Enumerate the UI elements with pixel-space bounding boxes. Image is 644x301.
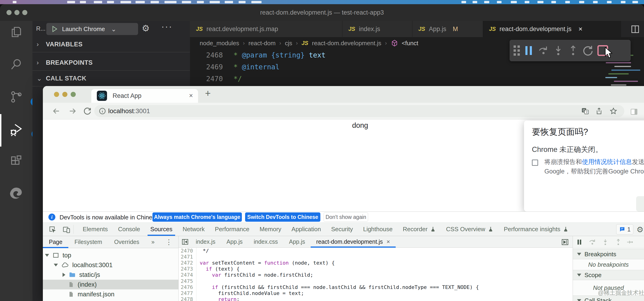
tree-item-localhost-3001[interactable]: localhost:3001 [43,260,178,270]
chevron-down-icon[interactable] [45,254,49,257]
file-tab-app-js[interactable]: App.js [221,236,248,248]
edge-browser-icon[interactable] [9,186,24,201]
devtools-tab-application[interactable]: Application [286,223,326,236]
breakpoints-section-header[interactable]: Breakpoints [573,249,644,259]
overflow-tabs-icon[interactable]: » [145,236,160,248]
chrome-zoom-button[interactable] [71,92,76,97]
debug-start-icon[interactable] [50,25,58,33]
tree-item-top[interactable]: top [43,250,178,260]
minimap-line [608,73,629,75]
sidebar-section-breakpoints[interactable]: ›BREAKPOINTS [32,55,190,71]
editor-tab[interactable]: JSindex.js [342,21,412,37]
inspect-element-icon[interactable] [48,225,57,234]
subtab-filesystem[interactable]: Filesystem [68,236,108,248]
side-panel-icon[interactable] [630,107,638,116]
browser-tab[interactable]: React App × [91,89,198,103]
devtools-tab-elements[interactable]: Elements [78,223,113,236]
file-tab-app-js[interactable]: App.js [283,236,310,248]
step-into-icon[interactable] [599,237,612,247]
chevron-down-icon[interactable] [54,264,58,266]
issues-counter[interactable]: 1 [616,224,633,234]
file-tab-index-js[interactable]: index.js [190,236,221,248]
switch-devtools-chinese-button[interactable]: Switch DevTools to Chinese [245,212,320,222]
step-out-icon[interactable] [612,237,625,247]
chevron-right-icon[interactable] [62,273,65,277]
open-file-panel-icon[interactable] [561,238,569,246]
launch-config-button[interactable]: Launch Chrome ⌄ [46,23,138,35]
tree-item-manifest-json[interactable]: manifest.json [43,289,178,299]
devtools-tab-lighthouse[interactable]: Lighthouse [358,223,398,236]
translate-icon[interactable]: G文 [581,107,589,115]
new-tab-icon[interactable]: + [205,88,211,99]
sidebar-section-call-stack[interactable]: ⌄CALL STACK [32,71,190,87]
source-control-icon[interactable] [9,90,24,104]
subtab-page[interactable]: Page [43,236,68,248]
address-bar[interactable]: localhost:3001 G文 [94,105,624,117]
devtools-tab-performance[interactable]: Performance [210,223,254,236]
editor-tab[interactable]: JSreact-dom.development.js× [483,21,621,37]
crash-report-checkbox[interactable] [532,160,538,166]
editor-tab[interactable]: JSApp.jsM [412,21,483,37]
share-icon[interactable] [595,107,603,115]
restart-icon[interactable] [580,43,595,58]
breadcrumb-item[interactable]: cjs [285,40,292,47]
devtools-tab-console[interactable]: Console [113,223,145,236]
more-options-icon[interactable]: ⋮ [166,238,172,246]
collapse-sidebar-icon[interactable] [182,238,189,245]
more-actions-icon[interactable]: ··· [161,21,172,32]
step-icon[interactable] [625,237,635,247]
debug-settings-gear-icon[interactable]: ⚙ [142,23,150,33]
scope-section-header[interactable]: Scope [573,270,644,280]
step-into-icon[interactable] [551,43,566,58]
step-out-icon[interactable] [566,43,580,58]
always-match-language-button[interactable]: Always match Chrome's language [152,212,242,222]
split-editor-icon[interactable] [630,24,640,34]
editor-tab[interactable]: JSreact.development.js.map [190,21,342,37]
breadcrumb-symbol[interactable]: <funct [402,40,418,47]
dont-show-again-button[interactable]: Don't show again [324,212,368,222]
devtools-tab-css-overview[interactable]: CSS Overview [441,223,499,236]
tab-close-icon[interactable]: × [189,92,193,100]
subtab-overrides[interactable]: Overrides [108,236,145,248]
device-toolbar-icon[interactable] [62,225,71,234]
url-text[interactable]: localhost:3001 [108,107,150,115]
devtools-tab-recorder[interactable]: Recorder [398,223,441,236]
run-debug-icon[interactable] [9,122,24,137]
toolbar-drag-handle[interactable] [514,46,520,56]
breadcrumb-item[interactable]: node_modules [200,40,239,47]
file-tab-index-css[interactable]: index.css [248,236,283,248]
tree-item[interactable] [43,299,178,301]
search-icon[interactable] [9,57,24,72]
reload-icon[interactable] [83,106,92,116]
pause-icon[interactable] [521,43,536,58]
chrome-close-button[interactable] [54,92,59,97]
step-over-icon[interactable] [536,43,551,58]
forward-icon[interactable] [68,106,77,116]
devtools-tab-security[interactable]: Security [326,223,358,236]
pause-script-icon[interactable] [573,237,586,247]
devtools-tab-memory[interactable]: Memory [254,223,286,236]
explorer-icon[interactable] [9,25,24,40]
file-tab-react-dom-development-js[interactable]: react-dom.development.js× [311,236,396,248]
tree-item--index-[interactable]: (index) [43,280,178,289]
extensions-icon[interactable] [9,154,24,169]
devtools-tab-network[interactable]: Network [178,223,210,236]
close-icon[interactable]: × [387,238,390,245]
tree-item-static-js[interactable]: static/js [43,270,178,280]
devtools-tab-performance-insights[interactable]: Performance insights [499,223,574,236]
step-over-icon[interactable] [586,237,599,247]
sidebar-section-variables[interactable]: ›VARIABLES [32,37,190,52]
site-info-icon[interactable] [98,107,106,115]
usage-stats-link[interactable]: 使用情况统计信息 [582,158,632,165]
breadcrumb-file[interactable]: react-dom.development.js [312,40,381,47]
restore-button-partial[interactable] [636,196,644,211]
menu-item-glyph [225,1,233,3]
back-icon[interactable] [52,106,61,116]
devtools-settings-gear-icon[interactable]: ⚙ [636,225,644,234]
bookmark-star-icon[interactable] [610,107,617,115]
devtools-tab-sources[interactable]: Sources [145,223,178,236]
breadcrumb-item[interactable]: react-dom [248,40,276,47]
chevron-down-icon[interactable]: ⌄ [111,25,116,33]
chrome-minimize-button[interactable] [62,92,68,97]
close-icon[interactable]: × [578,25,582,33]
